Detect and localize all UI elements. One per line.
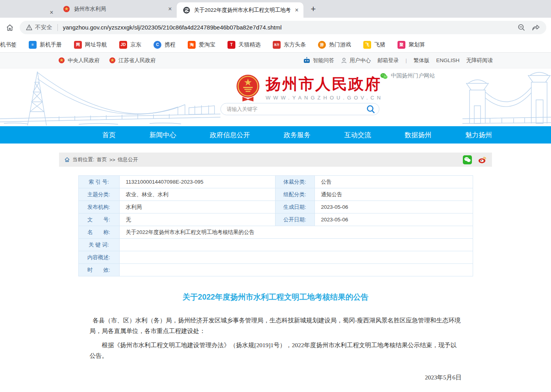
bookmark-label: 京东: [130, 41, 141, 48]
meta-label: 体裁分类:: [275, 176, 314, 188]
bookmark-item[interactable]: 聚聚划算: [398, 41, 425, 49]
bookmark-item[interactable]: JD京东: [119, 41, 141, 49]
fliggy-icon: 飞: [363, 41, 371, 49]
tab-close-icon[interactable]: ×: [165, 4, 175, 14]
bookmark-item[interactable]: T天猫精选: [227, 41, 261, 49]
meta-label: 生成日期:: [275, 201, 314, 213]
meta-value: 公告: [314, 176, 473, 188]
meta-value: [119, 264, 473, 276]
table-row: 发布机构: 水利局 生成日期: 2023-05-06: [78, 201, 473, 213]
meta-value: 11321000014407098E-2023-095: [119, 176, 275, 188]
meta-value: 关于2022年度扬州市水利工程文明工地考核结果的公告: [119, 226, 473, 239]
table-row: 时 效:: [78, 264, 473, 276]
national-emblem-icon: [109, 57, 116, 64]
site-logo[interactable]: 扬州市人民政府 WWW.YANGZHOU.GOV.CN: [235, 74, 383, 103]
bookmark-item[interactable]: 网网址导航: [74, 41, 107, 49]
juhuasuan-icon: 聚: [398, 41, 405, 49]
bookmark-label: 新机手册: [40, 41, 62, 48]
mail-login-link[interactable]: 邮箱登录: [377, 57, 399, 64]
nav-gov-info[interactable]: 政府信息公开: [210, 131, 250, 140]
link-label: 中央人民政府: [68, 57, 100, 64]
tab-close-icon[interactable]: ×: [292, 5, 302, 15]
browser-toolbar: 不安全 yangzhou.gov.cn/yzszxxgk/slj/202305/…: [0, 18, 551, 37]
wechat-share-icon[interactable]: [463, 155, 472, 164]
breadcrumb-home[interactable]: 首页: [97, 156, 107, 163]
user-center-link[interactable]: 用户中心: [341, 57, 371, 64]
topbar-divider: |: [405, 57, 407, 63]
home-icon[interactable]: [64, 157, 70, 162]
bookmark-item[interactable]: 游热门游戏: [318, 41, 351, 49]
search-input[interactable]: [227, 106, 366, 112]
breadcrumb-current[interactable]: 信息公开: [118, 156, 138, 163]
article-date: 2023年5月6日: [90, 372, 462, 383]
tool-label: 智能问答: [313, 57, 334, 64]
meta-label: 内容概述:: [78, 251, 119, 264]
meta-value: [119, 239, 473, 251]
bookmark-item[interactable]: 东方东方头条: [273, 41, 306, 49]
wechat-icon: [380, 73, 388, 79]
traditional-chinese-link[interactable]: 繁体版: [414, 57, 430, 64]
bookmark-item[interactable]: 淘爱淘宝: [188, 41, 215, 49]
meta-label: 索 引 号:: [78, 176, 119, 188]
tab-title: 扬州市水利局: [74, 6, 165, 13]
meta-value: 2023-05-06: [314, 213, 473, 226]
tab-yangzhou-water-bureau[interactable]: 扬州市水利局 ×: [57, 0, 177, 18]
bookmark-label: 爱淘宝: [199, 41, 215, 48]
nav-news[interactable]: 新闻中心: [150, 131, 176, 140]
nav-interaction[interactable]: 互动交流: [344, 131, 371, 140]
jd-icon: JD: [119, 41, 127, 49]
smart-qa-link[interactable]: 智能问答: [303, 57, 334, 64]
link-jiangsu-gov[interactable]: 江苏省人民政府: [109, 57, 156, 64]
bookmark-item[interactable]: ≡新机手册: [29, 41, 62, 49]
nav-home[interactable]: 首页: [102, 131, 116, 140]
meta-label: 发布机构:: [78, 201, 119, 213]
meta-value: 无: [119, 213, 275, 226]
browser-tab-strip: × 扬州市水利局 × 关于2022年度扬州市水利工程文明工地考 × +: [0, 0, 551, 18]
zoom-out-icon[interactable]: [518, 24, 525, 31]
article-paragraph: 根据《扬州市水利工程文明工地建设管理办法》（扬水规[2019]1号），2022年…: [90, 340, 462, 361]
national-emblem-favicon: [63, 6, 70, 13]
nav-services[interactable]: 政务服务: [284, 131, 311, 140]
meta-value: 2023-05-06: [314, 201, 473, 213]
url-text[interactable]: yangzhou.gov.cn/yzszxxgk/slj/202305/210c…: [63, 24, 513, 31]
tab-partial[interactable]: [0, 0, 46, 18]
gov-topbar: 中央人民政府 江苏省人民政府 智能问答: [0, 53, 551, 68]
manual-icon: ≡: [29, 41, 37, 49]
search-icon[interactable]: [366, 104, 376, 114]
tab-close-icon[interactable]: ×: [46, 7, 57, 18]
address-bar[interactable]: 不安全 yangzhou.gov.cn/yzszxxgk/slj/202305/…: [20, 21, 546, 34]
table-row: 关 键 词:: [78, 239, 473, 251]
share-icon[interactable]: [532, 24, 540, 31]
warning-icon: [26, 24, 32, 30]
home-icon[interactable]: [4, 22, 16, 33]
portal-link[interactable]: 中国扬州门户网站: [380, 72, 435, 79]
site-name: 扬州市人民政府: [266, 76, 383, 92]
site-search[interactable]: [220, 103, 379, 115]
bookmark-item[interactable]: C携程: [153, 41, 176, 49]
main-nav: 首页 新闻中心 政府信息公开 政务服务 互动交流 数据扬州 魅力扬州: [0, 126, 551, 144]
tab-active-announcement[interactable]: 关于2022年度扬州市水利工程文明工地考 ×: [177, 2, 303, 18]
toutiao-icon: 东方: [273, 41, 281, 49]
tmall-icon: T: [227, 41, 235, 49]
robot-icon: [303, 57, 311, 64]
article-paragraph: 各县（市、区）水利（务）局，扬州经济开发区城乡事务管理局，生态科技新城规划建设局…: [90, 315, 462, 336]
accessibility-link[interactable]: 无障碍阅读: [466, 57, 493, 64]
bookmark-label: 天猫精选: [239, 41, 261, 48]
site-favicon: [183, 7, 190, 14]
link-central-gov[interactable]: 中央人民政府: [58, 57, 100, 64]
security-indicator[interactable]: 不安全: [26, 24, 52, 31]
breadcrumb-prefix: 当前位置:: [72, 156, 94, 163]
table-row: 文 号: 无 公开日期: 2023-05-06: [78, 213, 473, 226]
meta-label: 名 称:: [78, 226, 119, 239]
table-row: 索 引 号: 11321000014407098E-2023-095 体裁分类:…: [78, 176, 473, 188]
weibo-share-icon[interactable]: [478, 155, 487, 164]
breadcrumb-sep: >>: [109, 157, 115, 163]
bookmark-item[interactable]: 飞飞猪: [363, 41, 385, 49]
meta-label: 组配分类:: [275, 188, 314, 201]
nav-data[interactable]: 数据扬州: [405, 131, 431, 140]
bookmark-item[interactable]: 机书签: [0, 41, 17, 48]
english-link[interactable]: ENGLISH: [436, 57, 459, 63]
nav-charm[interactable]: 魅力扬州: [465, 131, 492, 140]
meta-value: 水利局: [119, 201, 275, 213]
new-tab-button[interactable]: +: [307, 3, 319, 15]
